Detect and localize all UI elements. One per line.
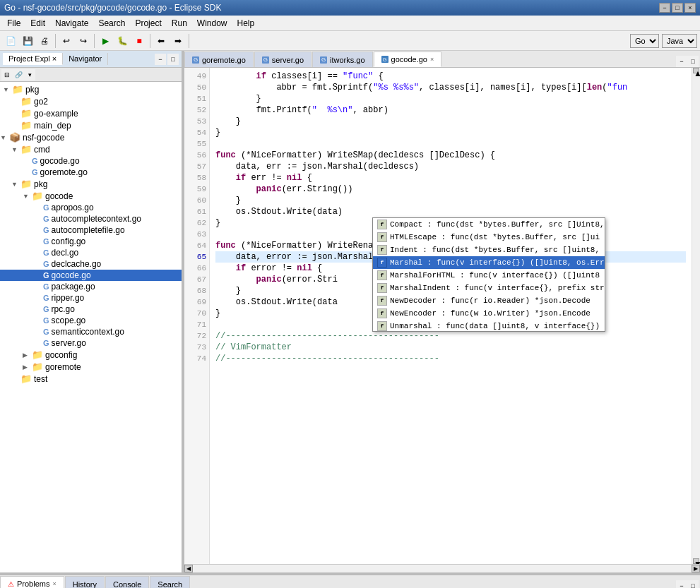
menu-search[interactable]: Search — [94, 17, 129, 30]
editor-scrollbar[interactable]: ▲ ▼ — [692, 68, 700, 564]
tree-item-config[interactable]: G config.go — [0, 236, 182, 247]
hscroll-track[interactable] — [193, 565, 692, 572]
tree-item-rpc[interactable]: G rpc.go — [0, 304, 182, 315]
editor-maximize-button[interactable]: □ — [687, 56, 699, 67]
menu-file[interactable]: File — [3, 17, 25, 30]
tab-goremote[interactable]: G goremote.go — [184, 52, 254, 67]
tree-item-semanticcontext[interactable]: G semanticcontext.go — [0, 326, 182, 337]
stop-button[interactable]: ■ — [131, 33, 147, 49]
ac-item-compact[interactable]: f Compact : func(dst *bytes.Buffer, src … — [373, 218, 605, 231]
scroll-right-button[interactable]: ▶ — [692, 565, 700, 572]
tree-item-package[interactable]: G package.go — [0, 281, 182, 292]
redo-button[interactable]: ↪ — [76, 33, 91, 49]
undo-button[interactable]: ↩ — [59, 33, 74, 49]
tab-gocode[interactable]: G gocode.go × — [374, 52, 442, 67]
code-content[interactable]: if classes[i] == "func" { abbr = fmt.Spr… — [210, 68, 692, 564]
tree-item-go-example[interactable]: 📁 go-example — [0, 107, 182, 119]
bottom-maximize-button[interactable]: □ — [687, 580, 699, 588]
tree-item-autocompletecontext[interactable]: G autocompletecontext.go — [0, 213, 182, 224]
ac-item-newencoder[interactable]: f NewEncoder : func(w io.Writer) *json.E… — [373, 307, 605, 320]
sidebar-tab-project-explorer[interactable]: Project Expl × — [3, 53, 63, 65]
autocomplete-list[interactable]: f Compact : func(dst *bytes.Buffer, src … — [373, 218, 605, 331]
sidebar-tab-navigator[interactable]: Navigator — [63, 53, 108, 65]
menu-edit[interactable]: Edit — [26, 17, 49, 30]
ac-item-marshal[interactable]: f Marshal : func(v interface{}) ([]Uint8… — [373, 256, 605, 269]
menu-run[interactable]: Run — [167, 17, 191, 30]
tree-item-nsf-gocode[interactable]: ▼ 📦 nsf-gocode — [0, 131, 182, 143]
tree-item-scope[interactable]: G scope.go — [0, 315, 182, 326]
tree-item-cmd-gocode[interactable]: G gocode.go — [0, 155, 182, 167]
sidebar-minimize-button[interactable]: − — [155, 54, 166, 65]
tree-item-go2[interactable]: 📁 go2 — [0, 95, 182, 107]
ac-item-unmarshal[interactable]: f Unmarshal : func(data []uint8, v inter… — [373, 320, 605, 331]
menu-navigate[interactable]: Navigate — [51, 17, 93, 30]
print-button[interactable]: 🖨 — [37, 33, 52, 49]
close-button[interactable]: × — [684, 3, 696, 13]
maximize-button[interactable]: □ — [672, 3, 683, 13]
sidebar-view-menu[interactable]: ▾ — [24, 69, 35, 80]
tree-item-decl[interactable]: G decl.go — [0, 247, 182, 258]
editor-minimize-button[interactable]: − — [676, 56, 687, 67]
tab-problems[interactable]: ⚠ Problems × — [0, 576, 64, 588]
tab-history[interactable]: History — [65, 576, 105, 588]
tree-item-gocode-folder[interactable]: ▼ 📁 gocode — [0, 190, 182, 202]
ac-item-marshalindent[interactable]: f MarshalIndent : func(v interface{}, pr… — [373, 282, 605, 294]
bottom-minimize-button[interactable]: − — [676, 580, 687, 588]
tree-item-label: rpc.go — [52, 304, 75, 314]
tree-item-cmd-goremote[interactable]: G goremote.go — [0, 167, 182, 178]
tree-item-pkg-folder[interactable]: ▼ 📁 pkg — [0, 178, 182, 190]
ac-item-indent[interactable]: f Indent : func(dst *bytes.Buffer, src [… — [373, 244, 605, 256]
scroll-track[interactable] — [692, 75, 700, 557]
toolbar: 📄 💾 🖨 ↩ ↪ ▶ 🐛 ■ ⬅ ➡ Go Java — [0, 31, 700, 51]
back-button[interactable]: ⬅ — [153, 33, 169, 49]
tab-search[interactable]: Search — [150, 576, 190, 588]
perspective-go-combo[interactable]: Go — [630, 34, 659, 48]
code-line-72: //--------------------------------------… — [215, 330, 686, 342]
minimize-button[interactable]: − — [659, 3, 670, 13]
tree-item-cmd[interactable]: ▼ 📁 cmd — [0, 143, 182, 155]
tab-itworks[interactable]: G itworks.go — [312, 52, 373, 67]
ac-item-newdecoder[interactable]: f NewDecoder : func(r io.Reader) *json.D… — [373, 294, 605, 307]
line-num-73: 73 — [184, 342, 209, 353]
ac-method-icon: f — [377, 245, 387, 255]
menu-project[interactable]: Project — [131, 17, 165, 30]
sidebar-link-editor[interactable]: 🔗 — [13, 69, 24, 80]
ac-item-text: HTMLEscape : func(dst *bytes.Buffer, src… — [390, 231, 600, 244]
tab-close-gocode[interactable]: × — [430, 56, 434, 63]
tab-console[interactable]: Console — [105, 576, 149, 588]
scroll-left-button[interactable]: ◀ — [184, 565, 193, 572]
autocomplete-popup[interactable]: f Compact : func(dst *bytes.Buffer, src … — [372, 217, 605, 332]
scroll-down-button[interactable]: ▼ — [693, 558, 699, 564]
tree-item-label: test — [34, 374, 47, 384]
menu-window[interactable]: Window — [193, 17, 232, 30]
tree-item-server[interactable]: G server.go — [0, 337, 182, 349]
tree-item-main-dep[interactable]: 📁 main_dep — [0, 119, 182, 131]
tree-item-ripper[interactable]: G ripper.go — [0, 292, 182, 304]
tree-item-label: gocode — [45, 191, 73, 201]
perspective-java-combo[interactable]: Java — [662, 34, 697, 48]
tab-server[interactable]: G server.go — [254, 52, 312, 67]
sidebar-maximize-button[interactable]: □ — [167, 54, 179, 65]
tree-item-goconfig[interactable]: ▶ 📁 goconfig — [0, 349, 182, 361]
save-button[interactable]: 💾 — [20, 33, 35, 49]
menu-help[interactable]: Help — [233, 17, 259, 30]
code-hscrollbar[interactable]: ◀ ▶ — [184, 564, 700, 572]
tab-close-problems[interactable]: × — [52, 580, 56, 587]
line-num-50: 50 — [184, 82, 209, 93]
tree-item-apropos[interactable]: G apropos.go — [0, 202, 182, 213]
tree-item-declcache[interactable]: G declcache.go — [0, 258, 182, 270]
run-button[interactable]: ▶ — [97, 33, 113, 49]
ac-item-marshalforhtml[interactable]: f MarshalForHTML : func(v interface{}) (… — [373, 269, 605, 282]
ac-item-htmlescape[interactable]: f HTMLEscape : func(dst *bytes.Buffer, s… — [373, 231, 605, 244]
tree-item-test[interactable]: 📁 test — [0, 373, 182, 385]
debug-button[interactable]: 🐛 — [114, 33, 130, 49]
new-button[interactable]: 📄 — [3, 33, 18, 49]
forward-button[interactable]: ➡ — [170, 33, 186, 49]
line-num-70: 70 — [184, 308, 209, 319]
scroll-up-button[interactable]: ▲ — [693, 68, 699, 73]
tree-item-pkg[interactable]: ▼ 📁 pkg — [0, 83, 182, 95]
tree-item-autocompletefile[interactable]: G autocompletefile.go — [0, 224, 182, 236]
tree-item-goremote[interactable]: ▶ 📁 goremote — [0, 361, 182, 373]
tree-item-gocode-file[interactable]: G gocode.go — [0, 270, 182, 281]
sidebar-collapse-all[interactable]: ⊟ — [1, 69, 13, 80]
